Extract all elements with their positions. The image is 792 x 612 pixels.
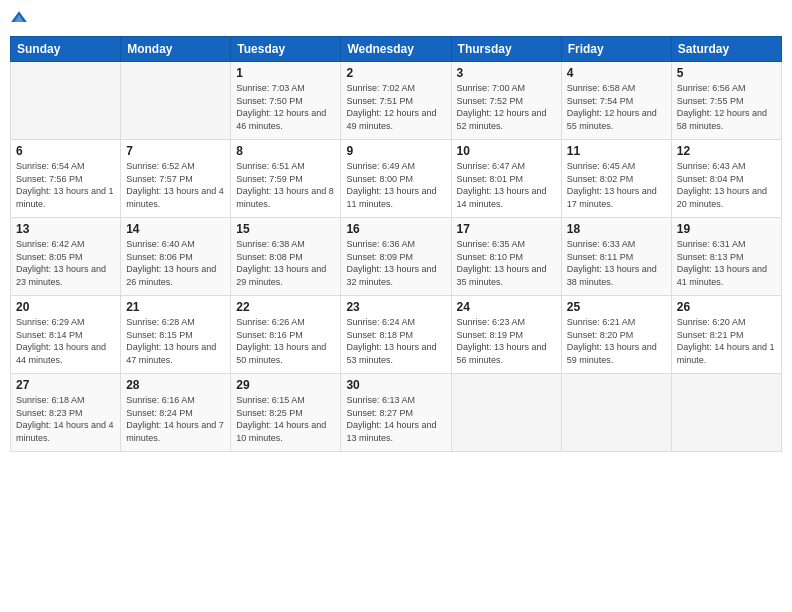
day-number: 15 <box>236 222 335 236</box>
day-info: Sunrise: 6:38 AM Sunset: 8:08 PM Dayligh… <box>236 238 335 288</box>
weekday-header-tuesday: Tuesday <box>231 37 341 62</box>
calendar-cell: 28Sunrise: 6:16 AM Sunset: 8:24 PM Dayli… <box>121 374 231 452</box>
day-info: Sunrise: 6:58 AM Sunset: 7:54 PM Dayligh… <box>567 82 666 132</box>
calendar-cell <box>451 374 561 452</box>
day-number: 10 <box>457 144 556 158</box>
calendar-cell <box>121 62 231 140</box>
weekday-header-row: SundayMondayTuesdayWednesdayThursdayFrid… <box>11 37 782 62</box>
day-info: Sunrise: 7:03 AM Sunset: 7:50 PM Dayligh… <box>236 82 335 132</box>
day-number: 16 <box>346 222 445 236</box>
day-number: 8 <box>236 144 335 158</box>
header <box>10 10 782 28</box>
day-number: 6 <box>16 144 115 158</box>
day-number: 26 <box>677 300 776 314</box>
calendar-cell: 14Sunrise: 6:40 AM Sunset: 8:06 PM Dayli… <box>121 218 231 296</box>
calendar-week-row: 27Sunrise: 6:18 AM Sunset: 8:23 PM Dayli… <box>11 374 782 452</box>
calendar-cell: 26Sunrise: 6:20 AM Sunset: 8:21 PM Dayli… <box>671 296 781 374</box>
calendar-cell: 6Sunrise: 6:54 AM Sunset: 7:56 PM Daylig… <box>11 140 121 218</box>
calendar-cell <box>561 374 671 452</box>
calendar-cell: 30Sunrise: 6:13 AM Sunset: 8:27 PM Dayli… <box>341 374 451 452</box>
calendar-week-row: 6Sunrise: 6:54 AM Sunset: 7:56 PM Daylig… <box>11 140 782 218</box>
calendar-cell: 4Sunrise: 6:58 AM Sunset: 7:54 PM Daylig… <box>561 62 671 140</box>
day-number: 21 <box>126 300 225 314</box>
calendar-cell: 12Sunrise: 6:43 AM Sunset: 8:04 PM Dayli… <box>671 140 781 218</box>
calendar-cell: 29Sunrise: 6:15 AM Sunset: 8:25 PM Dayli… <box>231 374 341 452</box>
day-info: Sunrise: 6:42 AM Sunset: 8:05 PM Dayligh… <box>16 238 115 288</box>
day-number: 28 <box>126 378 225 392</box>
calendar-cell: 16Sunrise: 6:36 AM Sunset: 8:09 PM Dayli… <box>341 218 451 296</box>
calendar-cell: 19Sunrise: 6:31 AM Sunset: 8:13 PM Dayli… <box>671 218 781 296</box>
day-info: Sunrise: 6:31 AM Sunset: 8:13 PM Dayligh… <box>677 238 776 288</box>
calendar-table: SundayMondayTuesdayWednesdayThursdayFrid… <box>10 36 782 452</box>
calendar-cell <box>11 62 121 140</box>
weekday-header-wednesday: Wednesday <box>341 37 451 62</box>
day-number: 12 <box>677 144 776 158</box>
weekday-header-friday: Friday <box>561 37 671 62</box>
day-info: Sunrise: 6:52 AM Sunset: 7:57 PM Dayligh… <box>126 160 225 210</box>
day-number: 11 <box>567 144 666 158</box>
day-number: 27 <box>16 378 115 392</box>
logo-icon <box>10 10 28 28</box>
weekday-header-thursday: Thursday <box>451 37 561 62</box>
calendar-week-row: 1Sunrise: 7:03 AM Sunset: 7:50 PM Daylig… <box>11 62 782 140</box>
calendar-cell: 23Sunrise: 6:24 AM Sunset: 8:18 PM Dayli… <box>341 296 451 374</box>
calendar-cell: 3Sunrise: 7:00 AM Sunset: 7:52 PM Daylig… <box>451 62 561 140</box>
calendar-cell: 9Sunrise: 6:49 AM Sunset: 8:00 PM Daylig… <box>341 140 451 218</box>
page: SundayMondayTuesdayWednesdayThursdayFrid… <box>0 0 792 612</box>
calendar-cell: 11Sunrise: 6:45 AM Sunset: 8:02 PM Dayli… <box>561 140 671 218</box>
day-info: Sunrise: 6:15 AM Sunset: 8:25 PM Dayligh… <box>236 394 335 444</box>
day-number: 17 <box>457 222 556 236</box>
calendar-cell: 7Sunrise: 6:52 AM Sunset: 7:57 PM Daylig… <box>121 140 231 218</box>
day-info: Sunrise: 6:33 AM Sunset: 8:11 PM Dayligh… <box>567 238 666 288</box>
day-number: 9 <box>346 144 445 158</box>
day-info: Sunrise: 6:40 AM Sunset: 8:06 PM Dayligh… <box>126 238 225 288</box>
day-info: Sunrise: 6:56 AM Sunset: 7:55 PM Dayligh… <box>677 82 776 132</box>
calendar-cell: 5Sunrise: 6:56 AM Sunset: 7:55 PM Daylig… <box>671 62 781 140</box>
day-number: 18 <box>567 222 666 236</box>
day-info: Sunrise: 6:51 AM Sunset: 7:59 PM Dayligh… <box>236 160 335 210</box>
day-info: Sunrise: 7:00 AM Sunset: 7:52 PM Dayligh… <box>457 82 556 132</box>
day-info: Sunrise: 6:13 AM Sunset: 8:27 PM Dayligh… <box>346 394 445 444</box>
day-number: 2 <box>346 66 445 80</box>
calendar-week-row: 20Sunrise: 6:29 AM Sunset: 8:14 PM Dayli… <box>11 296 782 374</box>
day-number: 3 <box>457 66 556 80</box>
day-number: 23 <box>346 300 445 314</box>
day-number: 20 <box>16 300 115 314</box>
day-info: Sunrise: 6:20 AM Sunset: 8:21 PM Dayligh… <box>677 316 776 366</box>
day-info: Sunrise: 6:26 AM Sunset: 8:16 PM Dayligh… <box>236 316 335 366</box>
calendar-week-row: 13Sunrise: 6:42 AM Sunset: 8:05 PM Dayli… <box>11 218 782 296</box>
day-info: Sunrise: 6:49 AM Sunset: 8:00 PM Dayligh… <box>346 160 445 210</box>
calendar-cell: 24Sunrise: 6:23 AM Sunset: 8:19 PM Dayli… <box>451 296 561 374</box>
day-info: Sunrise: 6:24 AM Sunset: 8:18 PM Dayligh… <box>346 316 445 366</box>
day-info: Sunrise: 6:45 AM Sunset: 8:02 PM Dayligh… <box>567 160 666 210</box>
day-number: 1 <box>236 66 335 80</box>
day-info: Sunrise: 6:29 AM Sunset: 8:14 PM Dayligh… <box>16 316 115 366</box>
calendar-cell: 13Sunrise: 6:42 AM Sunset: 8:05 PM Dayli… <box>11 218 121 296</box>
calendar-cell: 8Sunrise: 6:51 AM Sunset: 7:59 PM Daylig… <box>231 140 341 218</box>
calendar-cell <box>671 374 781 452</box>
weekday-header-monday: Monday <box>121 37 231 62</box>
day-info: Sunrise: 6:47 AM Sunset: 8:01 PM Dayligh… <box>457 160 556 210</box>
day-number: 5 <box>677 66 776 80</box>
day-info: Sunrise: 6:18 AM Sunset: 8:23 PM Dayligh… <box>16 394 115 444</box>
calendar-cell: 10Sunrise: 6:47 AM Sunset: 8:01 PM Dayli… <box>451 140 561 218</box>
day-number: 7 <box>126 144 225 158</box>
day-info: Sunrise: 7:02 AM Sunset: 7:51 PM Dayligh… <box>346 82 445 132</box>
calendar-cell: 21Sunrise: 6:28 AM Sunset: 8:15 PM Dayli… <box>121 296 231 374</box>
day-number: 19 <box>677 222 776 236</box>
calendar-cell: 1Sunrise: 7:03 AM Sunset: 7:50 PM Daylig… <box>231 62 341 140</box>
day-info: Sunrise: 6:23 AM Sunset: 8:19 PM Dayligh… <box>457 316 556 366</box>
day-info: Sunrise: 6:35 AM Sunset: 8:10 PM Dayligh… <box>457 238 556 288</box>
day-info: Sunrise: 6:28 AM Sunset: 8:15 PM Dayligh… <box>126 316 225 366</box>
day-number: 4 <box>567 66 666 80</box>
day-info: Sunrise: 6:16 AM Sunset: 8:24 PM Dayligh… <box>126 394 225 444</box>
logo <box>10 10 32 28</box>
day-number: 30 <box>346 378 445 392</box>
day-number: 29 <box>236 378 335 392</box>
day-number: 13 <box>16 222 115 236</box>
day-info: Sunrise: 6:43 AM Sunset: 8:04 PM Dayligh… <box>677 160 776 210</box>
day-number: 25 <box>567 300 666 314</box>
weekday-header-sunday: Sunday <box>11 37 121 62</box>
day-info: Sunrise: 6:21 AM Sunset: 8:20 PM Dayligh… <box>567 316 666 366</box>
calendar-cell: 18Sunrise: 6:33 AM Sunset: 8:11 PM Dayli… <box>561 218 671 296</box>
